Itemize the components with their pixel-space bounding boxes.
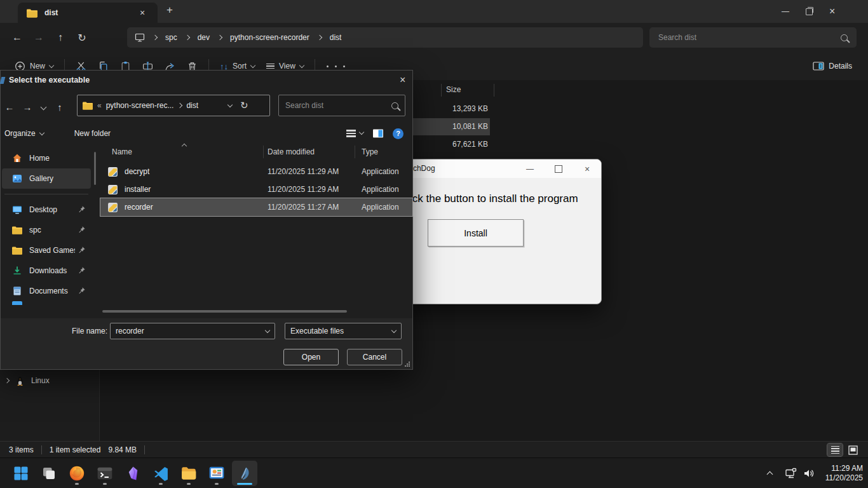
minimize-button[interactable]: —	[782, 7, 789, 16]
breadcrumb-overflow[interactable]: «	[97, 101, 102, 110]
column-separator[interactable]	[263, 146, 264, 158]
pin-icon	[78, 226, 86, 234]
open-button[interactable]: Open	[283, 349, 339, 365]
file-row-installer[interactable]: installer 11/20/2025 11:29 AM Applicatio…	[100, 180, 412, 198]
size-cell: 13,293 KB	[413, 104, 488, 113]
new-tab-button[interactable]: +	[166, 4, 173, 17]
recent-locations-icon[interactable]	[41, 104, 47, 110]
dialog-breadcrumb-folder[interactable]: python-screen-rec...	[106, 101, 174, 110]
sidebar-item-documents[interactable]: Documents	[2, 281, 91, 301]
file-type-select[interactable]: Executable files	[285, 323, 402, 339]
sidebar-item-saved-games[interactable]: Saved Games	[2, 240, 91, 261]
file-name-value: recorder	[116, 327, 144, 336]
breadcrumb-item[interactable]: dev	[198, 33, 210, 42]
breadcrumb-item[interactable]: python-screen-recorder	[230, 33, 309, 42]
pin-icon	[78, 287, 86, 295]
taskbar-python-active[interactable]	[232, 461, 257, 486]
task-view-button[interactable]	[36, 461, 62, 486]
address-bar: ← → ↑ ↻ spc dev python-screen-recorder d…	[0, 23, 868, 52]
folder-icon	[27, 9, 37, 18]
documents-icon	[12, 286, 22, 296]
dialog-titlebar[interactable]: Select the executable ×	[1, 71, 412, 90]
install-button[interactable]: Install	[428, 219, 524, 247]
tray-icons[interactable]	[785, 467, 815, 480]
view-toggle-large-icons[interactable]	[845, 444, 860, 456]
tab-dist[interactable]: dist ×	[18, 3, 158, 23]
view-toggle-details[interactable]	[827, 444, 843, 456]
sidebar-item-desktop[interactable]: Desktop	[2, 200, 91, 220]
taskbar-obsidian[interactable]	[120, 461, 146, 486]
breadcrumb-item[interactable]: spc	[165, 33, 177, 42]
size-column-header[interactable]: Size	[446, 85, 461, 94]
column-header-name[interactable]: Name	[112, 147, 132, 156]
dialog-breadcrumb-current[interactable]: dist	[186, 101, 198, 110]
details-button[interactable]: Details	[807, 55, 858, 77]
cancel-button[interactable]: Cancel	[347, 349, 402, 365]
dialog-refresh-icon[interactable]: ↻	[240, 100, 248, 111]
column-header-type[interactable]: Type	[362, 147, 378, 156]
firefox-icon	[69, 465, 85, 482]
status-selection-size: 9.84 MB	[108, 445, 137, 454]
new-folder-button[interactable]: New folder	[74, 129, 111, 138]
dialog-search-placeholder: Search dist	[285, 101, 323, 110]
dialog-back-button[interactable]: ←	[1, 102, 18, 112]
watchdog-maximize-button[interactable]	[545, 159, 573, 178]
back-button[interactable]: ←	[6, 32, 28, 43]
sidebar-item-label: Saved Games	[29, 246, 75, 255]
preview-pane-icon[interactable]	[372, 128, 384, 139]
column-separator[interactable]	[494, 84, 494, 97]
application-icon	[107, 184, 118, 195]
sidebar-item-home[interactable]: Home	[2, 148, 91, 168]
file-name: decrypt	[125, 167, 149, 176]
breadcrumb[interactable]: spc dev python-screen-recorder dist	[127, 27, 643, 48]
taskbar-terminal[interactable]	[92, 461, 118, 486]
taskbar-vscode[interactable]	[148, 461, 173, 486]
watchdog-minimize-button[interactable]: —	[516, 159, 544, 178]
taskbar-file-explorer[interactable]	[176, 461, 201, 486]
up-button[interactable]: ↑	[50, 32, 71, 43]
sidebar-item-gallery[interactable]: Gallery	[2, 168, 91, 189]
close-button[interactable]: ×	[829, 6, 835, 17]
chevron-right-icon	[217, 35, 222, 40]
resize-grip[interactable]	[405, 362, 410, 367]
forward-button[interactable]: →	[28, 32, 50, 43]
taskbar-firefox[interactable]	[64, 461, 90, 486]
watchdog-close-button[interactable]: ×	[573, 159, 601, 178]
chevron-down-icon	[391, 327, 397, 332]
search-icon	[841, 34, 848, 41]
help-icon[interactable]: ?	[393, 128, 403, 139]
taskbar-recorder-app[interactable]	[204, 461, 229, 486]
column-header-date[interactable]: Date modified	[268, 147, 315, 156]
address-dropdown-icon[interactable]	[227, 102, 233, 107]
file-date: 11/20/2025 11:27 AM	[268, 203, 339, 212]
sidebar-item-downloads[interactable]: Downloads	[2, 261, 91, 281]
dialog-close-button[interactable]: ×	[400, 75, 405, 85]
file-row-recorder-selected[interactable]: recorder 11/20/2025 11:27 AM Application	[100, 198, 412, 216]
change-view-button[interactable]	[346, 130, 363, 137]
start-button[interactable]	[8, 461, 34, 486]
sidebar-item-spc[interactable]: spc	[2, 220, 91, 240]
tray-clock[interactable]: 11:29 AM 11/20/2025	[825, 464, 863, 483]
tray-chevron-up-icon[interactable]	[766, 471, 773, 478]
chevron-right-icon	[317, 35, 322, 40]
sidebar-item-linux[interactable]: Linux	[5, 374, 94, 388]
file-name-input[interactable]: recorder	[110, 323, 275, 339]
file-row-decrypt[interactable]: decrypt 11/20/2025 11:29 AM Application	[100, 163, 412, 180]
dialog-up-button[interactable]: ↑	[51, 102, 69, 112]
sidebar-scrollbar[interactable]	[94, 152, 96, 185]
column-separator[interactable]	[355, 146, 355, 158]
maximize-button[interactable]	[806, 8, 813, 15]
horizontal-scrollbar[interactable]	[102, 310, 347, 313]
tab-close-icon[interactable]: ×	[140, 8, 145, 17]
refresh-button[interactable]: ↻	[71, 32, 93, 44]
dialog-forward-button[interactable]: →	[18, 102, 36, 112]
search-input[interactable]: Search dist	[649, 27, 857, 48]
size-cell: 67,621 KB	[413, 140, 488, 149]
dialog-address-bar[interactable]: « python-screen-rec... dist ↻	[77, 95, 270, 116]
dialog-search-input[interactable]: Search dist	[278, 95, 405, 116]
organize-button[interactable]: Organize	[4, 129, 44, 138]
breadcrumb-item[interactable]: dist	[330, 33, 342, 42]
application-icon	[107, 202, 118, 213]
file-type: Application	[362, 185, 399, 194]
column-separator[interactable]	[441, 84, 442, 97]
